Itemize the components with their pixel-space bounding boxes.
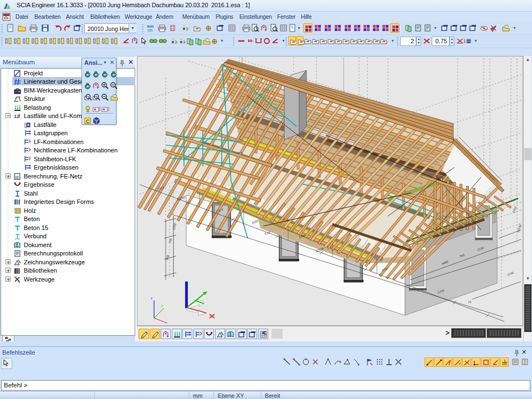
- svg-text:x: x: [166, 325, 168, 326]
- svg-text:z: z: [151, 296, 152, 300]
- svg-text:y: y: [161, 304, 163, 307]
